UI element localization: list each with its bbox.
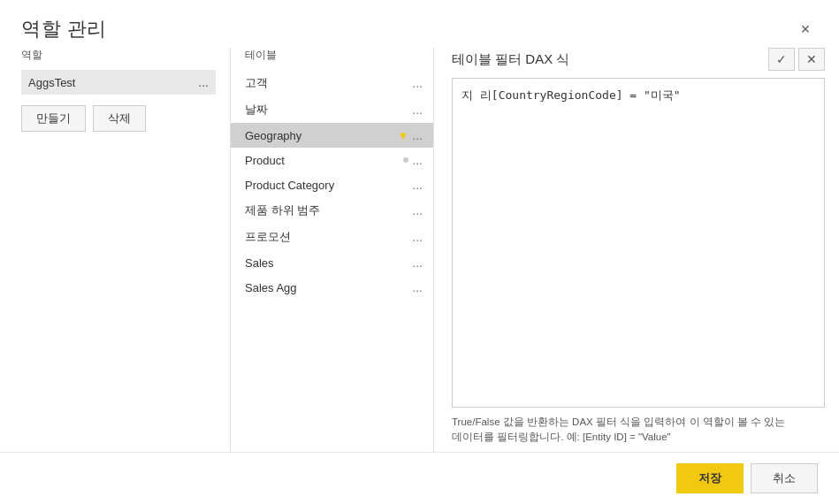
table-item-menu-icon[interactable]: ...	[412, 178, 423, 192]
table-item-label: Product Category	[245, 179, 334, 192]
table-item-menu-icon[interactable]: ...	[412, 153, 423, 167]
table-item-menu-icon[interactable]: ...	[412, 103, 423, 117]
dax-title: 테이블 필터 DAX 식	[452, 51, 569, 68]
table-item-menu-icon[interactable]: ...	[412, 76, 423, 90]
main-content: 역할 AggsTest ... 만들기 삭제 테이블 고객 ...	[0, 48, 839, 452]
table-item-제품하위범주[interactable]: 제품 하위 범주 ...	[231, 197, 433, 224]
roles-panel: 역할 AggsTest ... 만들기 삭제	[0, 48, 230, 452]
table-item-label: Sales	[245, 256, 274, 270]
dax-editor[interactable]: 지 리[CountryRegionCode] = "미국"	[452, 78, 825, 408]
table-item-menu-icon[interactable]: ...	[412, 203, 423, 218]
table-item-날짜[interactable]: 날짜 ...	[231, 96, 433, 123]
table-item-menu-icon[interactable]: ...	[412, 256, 423, 270]
role-item-name: AggsTest	[28, 76, 75, 89]
role-actions: 만들기 삭제	[21, 105, 216, 132]
table-item-label: 프로모션	[245, 229, 291, 245]
dax-panel: 테이블 필터 DAX 식 ✓ ✕ 지 리[CountryRegionCode] …	[433, 48, 839, 452]
table-item-menu-icon[interactable]: ...	[412, 230, 423, 244]
table-item-sales-agg[interactable]: Sales Agg ...	[231, 275, 433, 300]
dax-confirm-button[interactable]: ✓	[768, 48, 795, 71]
role-item-menu-icon[interactable]: ...	[198, 75, 209, 89]
dax-editor-content: 지 리[CountryRegionCode] = "미국"	[461, 88, 681, 102]
role-item[interactable]: AggsTest ...	[21, 70, 216, 95]
roles-label: 역할	[21, 48, 216, 63]
title-bar: 역할 관리 ×	[0, 0, 839, 48]
dax-cancel-button[interactable]: ✕	[798, 48, 825, 71]
save-button[interactable]: 저장	[676, 463, 744, 493]
table-item-고객[interactable]: 고객 ...	[231, 70, 433, 96]
table-item-menu-icon[interactable]: ...	[412, 128, 423, 142]
table-item-프로모션[interactable]: 프로모션 ...	[231, 224, 433, 250]
dialog: 역할 관리 × 역할 AggsTest ... 만들기 삭제 테이블 고객	[0, 0, 839, 504]
dax-hint: True/False 값을 반환하는 DAX 필터 식을 입력하여 이 역할이 …	[434, 408, 839, 453]
table-item-label: Product	[245, 154, 285, 167]
table-item-label: 제품 하위 범주	[245, 202, 320, 218]
dax-hint-line2: 데이터를 필터링합니다. 예: [Entity ID] = "Value"	[452, 431, 671, 442]
close-button[interactable]: ×	[793, 17, 818, 42]
cancel-button[interactable]: 취소	[751, 463, 818, 493]
table-item-sales[interactable]: Sales ...	[231, 250, 433, 275]
footer: 저장 취소	[0, 452, 839, 504]
tables-label: 테이블	[231, 48, 433, 63]
table-item-label: 고객	[245, 75, 268, 91]
dialog-title: 역할 관리	[21, 16, 107, 42]
table-item-menu-icon[interactable]: ...	[412, 280, 423, 294]
dax-hint-line1: True/False 값을 반환하는 DAX 필터 식을 입력하여 이 역할이 …	[452, 416, 785, 427]
table-item-geography[interactable]: Geography ▼ ...	[231, 123, 433, 148]
dax-header: 테이블 필터 DAX 식 ✓ ✕	[434, 48, 839, 78]
dax-actions: ✓ ✕	[768, 48, 825, 71]
create-role-button[interactable]: 만들기	[21, 105, 86, 132]
filter-icon: ▼	[397, 129, 408, 142]
delete-role-button[interactable]: 삭제	[93, 105, 146, 132]
table-item-label: Sales Agg	[245, 281, 297, 294]
dot-indicator-icon	[403, 157, 408, 163]
table-item-product-category[interactable]: Product Category ...	[231, 172, 433, 197]
tables-panel: 테이블 고객 ... 날짜 ... Geography ▼	[230, 48, 433, 452]
table-item-label: Geography	[245, 129, 301, 142]
table-item-label: 날짜	[245, 102, 268, 118]
table-item-product[interactable]: Product ...	[231, 148, 433, 172]
